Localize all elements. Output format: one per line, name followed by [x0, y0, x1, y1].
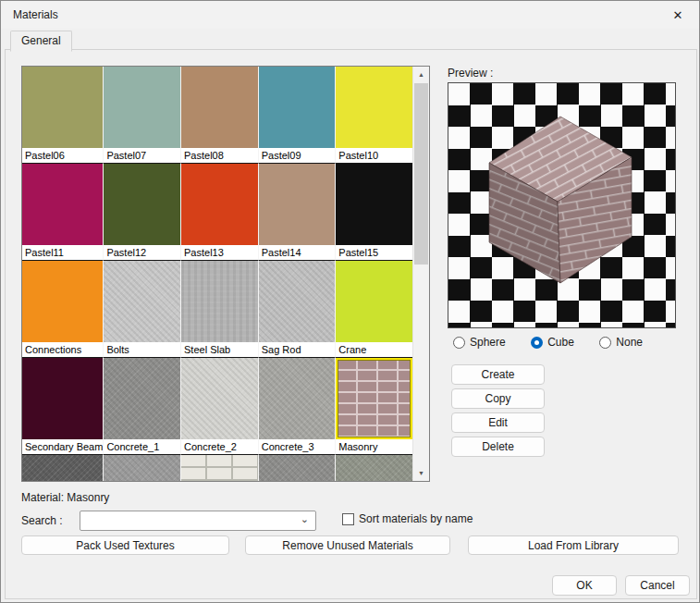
material-item-pastel12[interactable]: Pastel12 — [104, 164, 181, 261]
radio-label: Sphere — [470, 336, 506, 349]
material-swatch[interactable] — [181, 164, 258, 245]
material-swatch[interactable] — [22, 164, 103, 245]
sort-checkbox[interactable]: Sort materials by name — [342, 512, 473, 525]
scrollbar[interactable]: ▲ ▼ — [412, 67, 429, 481]
material-swatch[interactable] — [259, 261, 336, 342]
material-swatch[interactable] — [181, 358, 258, 439]
material-name: Secondary Beam — [22, 439, 103, 454]
material-item-steel-slab[interactable]: Steel Slab — [181, 261, 259, 358]
close-icon[interactable]: ✕ — [657, 1, 699, 29]
material-name: Bolts — [104, 342, 180, 357]
material-swatch[interactable] — [22, 358, 103, 439]
material-name: Pastel10 — [336, 148, 412, 163]
material-swatch[interactable] — [104, 358, 180, 439]
pack-used-textures-button[interactable]: Pack Used Textures — [21, 535, 229, 555]
dialog-buttons: OKCancel — [552, 575, 690, 596]
checkbox-icon[interactable] — [342, 513, 354, 525]
radio-icon[interactable] — [531, 337, 543, 349]
tab-general[interactable]: General — [10, 31, 72, 52]
sort-checkbox-label: Sort materials by name — [359, 512, 473, 525]
scroll-down-icon[interactable]: ▼ — [413, 465, 429, 481]
load-from-library-button[interactable]: Load From Library — [468, 535, 679, 555]
material-item-pastel13[interactable]: Pastel13 — [181, 164, 259, 261]
material-swatch[interactable] — [259, 455, 336, 481]
material-name: Pastel06 — [22, 148, 103, 163]
scrollbar-thumb[interactable] — [414, 83, 428, 265]
material-item-bolts[interactable]: Bolts — [104, 261, 181, 358]
material-item[interactable] — [22, 455, 104, 481]
material-name: Connections — [22, 342, 103, 357]
edit-button[interactable]: Edit — [451, 412, 545, 433]
material-item[interactable] — [259, 455, 337, 481]
material-item[interactable] — [336, 455, 413, 481]
radio-icon[interactable] — [599, 337, 611, 349]
material-swatch[interactable] — [259, 67, 336, 148]
material-item-pastel15[interactable]: Pastel15 — [336, 164, 413, 261]
material-swatch[interactable] — [336, 261, 412, 342]
material-swatch[interactable] — [259, 358, 336, 439]
material-swatch[interactable] — [104, 455, 180, 481]
material-swatch[interactable] — [336, 164, 412, 245]
search-label: Search : — [21, 514, 63, 527]
title-bar: Materials ✕ — [1, 1, 699, 29]
action-buttons: CreateCopyEditDelete — [451, 364, 545, 457]
materials-dialog: { "window": { "title": "Materials", "clo… — [0, 0, 700, 603]
preview-viewport — [448, 82, 676, 328]
radio-sphere[interactable]: Sphere — [453, 336, 506, 349]
search-input[interactable] — [82, 512, 299, 531]
material-item[interactable] — [181, 455, 259, 481]
scroll-up-icon[interactable]: ▲ — [413, 67, 429, 82]
material-swatch[interactable] — [22, 67, 103, 148]
material-item-sag-rod[interactable]: Sag Rod — [259, 261, 337, 358]
material-swatch[interactable] — [104, 67, 180, 148]
radio-cube[interactable]: Cube — [531, 336, 574, 349]
material-status-label: Material: — [21, 491, 64, 504]
preview-cube — [473, 109, 648, 289]
material-swatch[interactable] — [181, 67, 258, 148]
material-name: Masonry — [336, 439, 412, 454]
material-item-pastel08[interactable]: Pastel08 — [181, 67, 259, 164]
material-name: Pastel12 — [104, 245, 180, 260]
material-swatch[interactable] — [259, 164, 336, 245]
preview-label: Preview : — [448, 67, 493, 80]
material-name: Concrete_3 — [259, 439, 336, 454]
material-name: Pastel13 — [181, 245, 258, 260]
material-item-pastel11[interactable]: Pastel11 — [22, 164, 104, 261]
material-item-concrete-3[interactable]: Concrete_3 — [259, 358, 337, 455]
radio-none[interactable]: None — [599, 336, 643, 349]
material-swatch[interactable] — [336, 455, 412, 481]
material-swatch[interactable] — [104, 261, 180, 342]
material-item-concrete-1[interactable]: Concrete_1 — [104, 358, 181, 455]
material-swatch[interactable] — [22, 455, 103, 481]
chevron-down-icon[interactable]: ⌄ — [301, 513, 309, 525]
material-item-concrete-2[interactable]: Concrete_2 — [181, 358, 259, 455]
material-swatch[interactable] — [104, 164, 180, 245]
material-item-connections[interactable]: Connections — [22, 261, 104, 358]
material-swatch[interactable] — [22, 261, 103, 342]
radio-icon[interactable] — [453, 337, 465, 349]
material-item-pastel14[interactable]: Pastel14 — [259, 164, 337, 261]
material-item-pastel09[interactable]: Pastel09 — [259, 67, 337, 164]
materials-grid: Pastel06Pastel07Pastel08Pastel09Pastel10… — [22, 67, 413, 481]
material-swatch[interactable] — [181, 455, 258, 481]
material-item-secondary-beam[interactable]: Secondary Beam — [22, 358, 104, 455]
material-item[interactable] — [104, 455, 181, 481]
material-swatch[interactable] — [181, 261, 258, 342]
copy-button[interactable]: Copy — [451, 388, 545, 409]
material-swatch[interactable] — [336, 67, 412, 148]
material-item-pastel06[interactable]: Pastel06 — [22, 67, 104, 164]
remove-unused-materials-button[interactable]: Remove Unused Materials — [245, 535, 450, 555]
material-name: Pastel07 — [104, 148, 180, 163]
ok-button[interactable]: OK — [552, 575, 617, 596]
materials-list: Pastel06Pastel07Pastel08Pastel09Pastel10… — [21, 66, 430, 482]
cancel-button[interactable]: Cancel — [625, 575, 690, 596]
material-swatch[interactable] — [336, 358, 412, 439]
delete-button[interactable]: Delete — [451, 437, 545, 457]
create-button[interactable]: Create — [451, 364, 545, 385]
material-name: Sag Rod — [259, 342, 336, 357]
search-combobox[interactable]: ⌄ — [80, 511, 316, 531]
material-item-pastel10[interactable]: Pastel10 — [336, 67, 413, 164]
material-item-masonry[interactable]: Masonry — [336, 358, 413, 455]
material-item-pastel07[interactable]: Pastel07 — [104, 67, 181, 164]
material-item-crane[interactable]: Crane — [336, 261, 413, 358]
